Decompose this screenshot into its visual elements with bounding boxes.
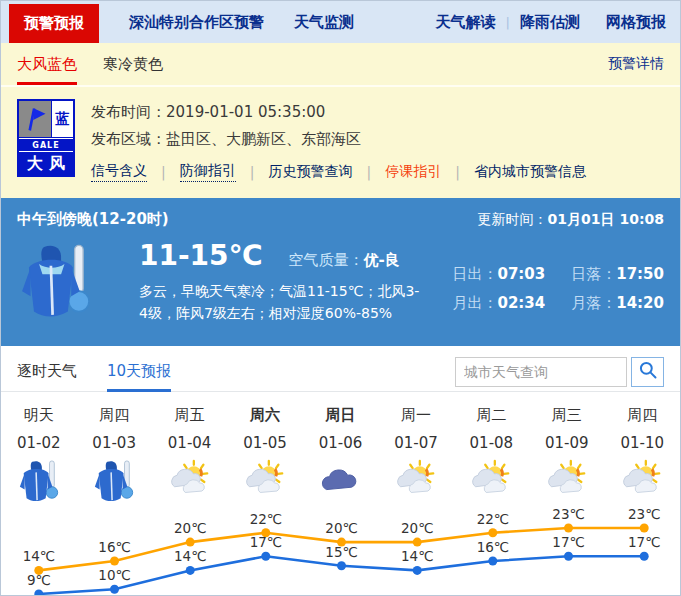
- svg-text:14℃: 14℃: [174, 548, 206, 564]
- forecast-day-column[interactable]: 周四01-10: [605, 406, 680, 504]
- air-quality-label: 空气质量：: [288, 251, 363, 269]
- gale-code-label: GALE: [19, 138, 73, 152]
- day-name: 周五: [152, 406, 227, 425]
- link-class-suspension-guide[interactable]: 停课指引: [385, 163, 441, 181]
- search-button[interactable]: [631, 357, 664, 387]
- search-icon: [638, 360, 658, 384]
- partly-cloudy-icon: [605, 458, 680, 504]
- temperature-chart: 14℃16℃20℃22℃20℃20℃22℃23℃23℃9℃10℃14℃17℃15…: [1, 504, 681, 596]
- nav-pad: [666, 1, 680, 43]
- warning-links: 信号含义 | 防御指引 | 历史预警查询 | 停课指引 | 省内城市预警信息: [91, 162, 664, 182]
- weather-page: 预警预报 深汕特别合作区预警 天气监测 天气解读 | 降雨估测 网格预报 大风蓝…: [0, 0, 681, 596]
- svg-text:23℃: 23℃: [628, 506, 660, 522]
- publish-time-label: 发布时间：: [91, 103, 166, 121]
- warning-body: 蓝 GALE 大风 发布时间：2019-01-01 05:35:00 发布区域：…: [1, 87, 680, 198]
- svg-text:17℃: 17℃: [250, 534, 282, 550]
- update-time-value: 01月01日 10:08: [548, 211, 664, 227]
- sunset-value: 17:50: [616, 265, 664, 283]
- partly-cloudy-icon: [529, 458, 604, 504]
- tab-warning-forecast[interactable]: 预警预报: [9, 4, 99, 43]
- gale-blue-warning-icon: 蓝 GALE 大风: [17, 99, 75, 177]
- day-name: 周日: [303, 406, 378, 425]
- link-separator: |: [161, 164, 166, 180]
- current-weather-panel: 中午到傍晚(12-20时) 更新时间：01月01日 10:08: [1, 198, 680, 346]
- forecast-day-column[interactable]: 明天01-02: [1, 406, 76, 504]
- link-weather-interpretation[interactable]: 天气解读: [436, 1, 496, 43]
- sunrise-value: 07:03: [498, 265, 546, 283]
- cold-icon: [1, 458, 76, 504]
- svg-text:16℃: 16℃: [98, 539, 130, 555]
- svg-text:22℃: 22℃: [477, 511, 509, 527]
- warning-detail-link[interactable]: 预警详情: [608, 55, 664, 73]
- moonrise-moonset-row: 月出：02:34 月落：14:20: [427, 294, 665, 313]
- link-history-warning-query[interactable]: 历史预警查询: [268, 163, 352, 181]
- moonrise: 月出：02:34: [453, 294, 546, 313]
- forecast-day-column[interactable]: 周日01-06: [303, 406, 378, 504]
- forecast-tabs-bar: 逐时天气 10天预报: [1, 352, 680, 392]
- svg-text:14℃: 14℃: [401, 548, 433, 564]
- svg-text:20℃: 20℃: [174, 520, 206, 536]
- link-province-city-warnings[interactable]: 省内城市预警信息: [474, 163, 586, 181]
- link-separator: |: [455, 164, 460, 180]
- svg-text:14℃: 14℃: [23, 548, 55, 564]
- city-search-input[interactable]: [455, 357, 627, 387]
- partly-cloudy-icon: [227, 458, 302, 504]
- svg-text:20℃: 20℃: [325, 520, 357, 536]
- gale-title-label: 大风: [19, 153, 73, 175]
- forecast-period-title: 中午到傍晚(12-20时): [17, 210, 169, 229]
- tab-weather-monitoring[interactable]: 天气监测: [294, 1, 354, 43]
- link-separator: |: [366, 164, 371, 180]
- sunset: 日落：17:50: [571, 265, 664, 284]
- city-search: [455, 357, 664, 387]
- link-separator: |: [250, 164, 255, 180]
- day-name: 明天: [1, 406, 76, 425]
- link-signal-meaning[interactable]: 信号含义: [91, 162, 147, 182]
- link-defense-guide[interactable]: 防御指引: [180, 162, 236, 182]
- day-date: 01-06: [303, 434, 378, 452]
- publish-area-value: 盐田区、大鹏新区、东部海区: [166, 130, 361, 148]
- tab-ten-day-forecast[interactable]: 10天预报: [107, 352, 171, 391]
- forecast-day-column[interactable]: 周三01-09: [529, 406, 604, 504]
- weather-description: 多云，早晚天气寒冷；气温11-15℃；北风3-4级，阵风7级左右；相对湿度60%…: [139, 280, 427, 324]
- forecast-day-column[interactable]: 周四01-03: [76, 406, 151, 504]
- forecast-day-column[interactable]: 周五01-04: [152, 406, 227, 504]
- subtab-gale-blue[interactable]: 大风蓝色: [17, 43, 77, 85]
- warning-section: 大风蓝色 寒冷黄色 预警详情 蓝 GALE 大风 发布时间：2019-01-0: [1, 43, 680, 198]
- temperature-range: 11-15℃: [139, 239, 262, 272]
- forecast-day-column[interactable]: 周一01-07: [378, 406, 453, 504]
- sunrise-label: 日出：: [453, 265, 498, 283]
- svg-text:23℃: 23℃: [552, 506, 584, 522]
- svg-text:16℃: 16℃: [477, 539, 509, 555]
- svg-text:17℃: 17℃: [552, 534, 584, 550]
- cloudy-icon: [303, 458, 378, 504]
- day-date: 01-09: [529, 434, 604, 452]
- svg-text:20℃: 20℃: [401, 520, 433, 536]
- warning-subtabs: 大风蓝色 寒冷黄色 预警详情: [1, 43, 680, 87]
- subtab-cold-yellow[interactable]: 寒冷黄色: [103, 43, 163, 85]
- sun-moon-block: 日出：07:03 日落：17:50 月出：02:34 月落：14:20: [427, 265, 665, 324]
- forecast-day-column[interactable]: 周二01-08: [454, 406, 529, 504]
- day-date: 01-05: [227, 434, 302, 452]
- tab-shenshan-coop-zone[interactable]: 深汕特别合作区预警: [129, 1, 264, 43]
- tab-hourly-weather[interactable]: 逐时天气: [17, 352, 77, 391]
- moonrise-label: 月出：: [453, 294, 498, 312]
- day-name: 周四: [76, 406, 151, 425]
- day-name: 周二: [454, 406, 529, 425]
- link-grid-forecast[interactable]: 网格预报: [606, 1, 666, 43]
- moonset-value: 14:20: [616, 294, 664, 312]
- current-weather-mid: 11-15℃ 空气质量：优-良 多云，早晚天气寒冷；气温11-15℃；北风3-4…: [139, 239, 427, 324]
- nav-separator: |: [506, 1, 510, 43]
- cold-icon: [76, 458, 151, 504]
- day-name: 周一: [378, 406, 453, 425]
- day-date: 01-04: [152, 434, 227, 452]
- day-name: 周六: [227, 406, 302, 425]
- svg-text:17℃: 17℃: [628, 534, 660, 550]
- link-rainfall-estimate[interactable]: 降雨估测: [520, 1, 580, 43]
- day-date: 01-08: [454, 434, 529, 452]
- forecast-day-column[interactable]: 周六01-05: [227, 406, 302, 504]
- update-time-label: 更新时间：: [478, 211, 548, 227]
- svg-text:22℃: 22℃: [250, 511, 282, 527]
- temperature-chart-wrap: 14℃16℃20℃22℃20℃20℃22℃23℃23℃9℃10℃14℃17℃15…: [1, 504, 681, 596]
- partly-cloudy-icon: [454, 458, 529, 504]
- update-time: 更新时间：01月01日 10:08: [478, 211, 664, 229]
